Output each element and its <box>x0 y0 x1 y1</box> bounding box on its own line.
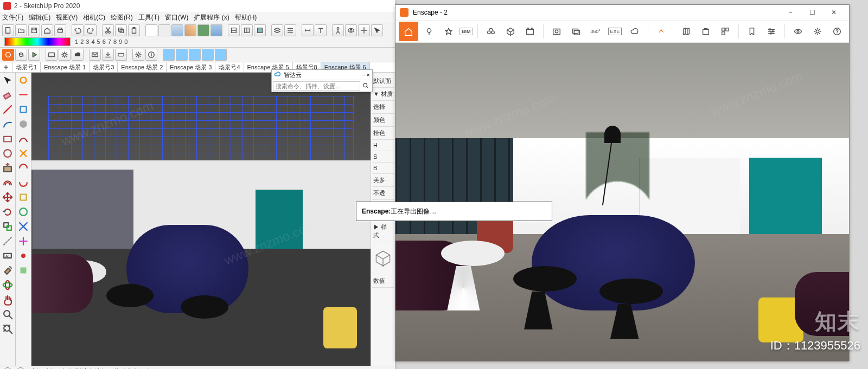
tray-materials[interactable]: ▼ 材质 <box>372 88 394 101</box>
tool-walk-icon[interactable] <box>332 24 344 36</box>
tool-rotate-icon[interactable] <box>1 205 14 218</box>
style-xray-icon[interactable] <box>210 24 222 36</box>
tool-tape-icon[interactable] <box>1 235 14 248</box>
tool-select-icon[interactable] <box>1 74 14 87</box>
plugin-10-icon[interactable] <box>17 205 30 218</box>
tool-look-icon[interactable] <box>345 24 357 36</box>
enscape-cube-icon[interactable] <box>502 23 519 40</box>
menu-tools[interactable]: 工具(T) <box>138 13 159 22</box>
plugin-8-icon[interactable] <box>17 176 30 189</box>
tool-section2-icon[interactable] <box>241 24 253 36</box>
plugin-3-icon[interactable] <box>17 103 30 116</box>
tool-home-icon[interactable] <box>41 24 53 36</box>
cube-1-icon[interactable] <box>163 49 175 61</box>
zhida-min-icon[interactable]: − <box>362 72 365 78</box>
tool-redo-icon[interactable] <box>85 24 97 36</box>
cube-2-icon[interactable] <box>176 49 188 61</box>
enscape-pin-icon[interactable] <box>420 23 438 40</box>
tool-paint-icon[interactable] <box>1 264 14 277</box>
tool-line-icon[interactable] <box>1 103 14 116</box>
plugin-9-icon[interactable] <box>17 191 30 204</box>
tool-section-icon[interactable] <box>228 24 240 36</box>
tray-select[interactable]: 选择 <box>372 101 394 114</box>
menu-help[interactable]: 帮助(H) <box>235 13 257 22</box>
tray-opacity[interactable]: 不透 <box>372 187 394 200</box>
tool-zoomext-icon[interactable] <box>1 322 14 335</box>
style-mono-icon[interactable] <box>197 24 209 36</box>
tool-pan-icon[interactable] <box>1 293 14 306</box>
enscape-cloud-icon[interactable] <box>72 49 84 61</box>
tool-move-icon[interactable] <box>1 191 14 204</box>
menu-camera[interactable]: 相机(C) <box>83 13 105 22</box>
zhida-close-icon[interactable]: × <box>367 72 370 78</box>
enscape-batch-icon[interactable] <box>567 23 585 40</box>
tool-undo-icon[interactable] <box>72 24 84 36</box>
plugin-13-icon[interactable] <box>17 249 30 262</box>
tray-meiduo[interactable]: 美多 <box>372 174 394 187</box>
tool-paste-icon[interactable] <box>128 24 140 36</box>
scene-tab-3[interactable]: 场景号3 <box>90 62 118 72</box>
enscape-sliders-icon[interactable] <box>763 23 780 40</box>
tool-eraser-icon[interactable] <box>1 88 14 101</box>
tool-rect-icon[interactable] <box>1 132 14 145</box>
tool-text2-icon[interactable]: A1 <box>1 249 14 262</box>
style-shaded-icon[interactable] <box>171 24 183 36</box>
tool-print-icon[interactable] <box>54 24 66 36</box>
scene-tab-2[interactable]: Enscape 场景 1 <box>41 62 90 72</box>
enscape-logo-icon[interactable] <box>2 49 14 61</box>
scene-tab-1[interactable]: 场景号1 <box>12 62 41 72</box>
num-6[interactable]: 6 <box>103 38 106 45</box>
zhida-search-icon[interactable] <box>360 82 371 90</box>
scene-tab-4[interactable]: Enscape 场景 2 <box>118 62 167 72</box>
num-1[interactable]: 1 <box>75 38 78 45</box>
menu-extensions[interactable]: 扩展程序 (x) <box>194 13 229 22</box>
enscape-eye-icon[interactable] <box>789 23 807 40</box>
plugin-4-icon[interactable] <box>17 118 30 131</box>
plugin-1-icon[interactable] <box>17 74 30 87</box>
menu-edit[interactable]: 编辑(E) <box>29 13 50 22</box>
enscape-bim-label[interactable]: BIM <box>459 28 473 35</box>
tool-circle-icon[interactable] <box>1 147 14 160</box>
style-hidden-icon[interactable] <box>158 24 170 36</box>
tool-position-icon[interactable] <box>358 24 370 36</box>
num-2[interactable]: 2 <box>80 38 84 45</box>
window-minimize-button[interactable]: − <box>780 6 801 19</box>
menu-window[interactable]: 窗口(W) <box>165 13 188 22</box>
tray-s[interactable]: S <box>372 151 394 163</box>
enscape-asset-icon[interactable] <box>697 23 714 40</box>
zhida-panel[interactable]: 智达云 − × <box>271 69 373 92</box>
enscape-titlebar[interactable]: Enscape - 2 − ☐ ✕ <box>395 5 849 21</box>
num-5[interactable]: 5 <box>97 38 100 45</box>
sketchup-titlebar[interactable]: 2 - SketchUp Pro 2020 <box>0 0 395 12</box>
enscape-screenshot-icon[interactable] <box>548 23 565 40</box>
enscape-export-icon[interactable] <box>102 49 114 61</box>
enscape-start-icon[interactable] <box>28 49 40 61</box>
plugin-11-icon[interactable] <box>17 220 30 233</box>
tray-picker[interactable]: 拾色 <box>372 127 394 140</box>
num-0[interactable]: 0 <box>124 38 127 45</box>
num-7[interactable]: 7 <box>108 38 111 45</box>
tool-open-icon[interactable] <box>15 24 27 36</box>
enscape-settings-icon[interactable] <box>132 49 144 61</box>
scene-add-button[interactable] <box>0 62 12 72</box>
enscape-help-icon[interactable] <box>828 23 846 40</box>
tray-h[interactable]: H <box>372 140 394 151</box>
tool-save-icon[interactable] <box>28 24 40 36</box>
tool-new-icon[interactable] <box>2 24 14 36</box>
plugin-2-icon[interactable] <box>17 88 30 101</box>
enscape-map-icon[interactable] <box>678 23 695 40</box>
num-4[interactable]: 4 <box>91 38 94 45</box>
enscape-mail-icon[interactable] <box>89 49 101 61</box>
num-9[interactable]: 9 <box>119 38 122 45</box>
cube-5-icon[interactable] <box>215 49 227 61</box>
enscape-exe-icon[interactable]: EXE <box>607 23 624 40</box>
enscape-bookmark-icon[interactable] <box>743 23 761 40</box>
tray-b[interactable]: B <box>372 163 394 174</box>
enscape-video-icon[interactable] <box>521 23 539 40</box>
enscape-caret-icon[interactable] <box>653 23 670 40</box>
enscape-sun-icon[interactable] <box>59 49 71 61</box>
tray-color[interactable]: 颜色 <box>372 114 394 127</box>
tool-cut-icon[interactable] <box>102 24 114 36</box>
tool-text-icon[interactable] <box>315 24 327 36</box>
window-close-button[interactable]: ✕ <box>823 6 845 19</box>
